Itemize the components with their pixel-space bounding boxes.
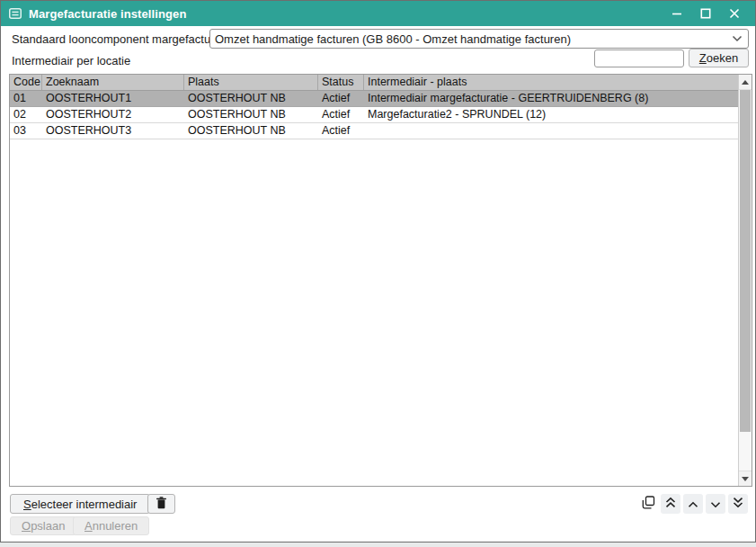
cell-code: 01 [10,91,42,106]
looncomponent-select[interactable]: Omzet handmatige facturen (GB 8600 - Omz… [209,29,749,49]
chevron-down-icon [732,35,743,42]
intermediair-table: Code Zoeknaam Plaats Status Intermediair… [9,74,752,487]
looncomponent-selected-value: Omzet handmatige facturen (GB 8600 - Omz… [210,32,732,46]
triangle-up-icon [742,80,749,85]
table-row[interactable]: 02 OOSTERHOUT2 OOSTERHOUT NB Actief Marg… [10,107,738,123]
titlebar: Margefacturatie instellingen [1,1,755,26]
close-button[interactable] [726,5,743,22]
chevron-up-icon [688,498,698,511]
scroll-up-button[interactable] [739,75,752,90]
window-title: Margefacturatie instellingen [29,7,186,21]
table-row[interactable]: 01 OOSTERHOUT1 OOSTERHOUT NB Actief Inte… [10,91,738,107]
cell-zoeknaam: OOSTERHOUT2 [42,107,184,122]
double-chevron-down-icon [733,497,743,511]
copy-button[interactable] [638,494,658,514]
cell-zoeknaam: OOSTERHOUT1 [42,91,184,106]
maximize-button[interactable] [698,5,714,22]
cell-status: Actief [318,91,364,106]
double-chevron-up-icon [665,497,676,511]
cell-plaats: OOSTERHOUT NB [184,91,318,106]
delete-button[interactable] [147,494,175,514]
margefacturatie-window: Margefacturatie instellingen Standaard l… [0,0,756,543]
previous-record-button[interactable] [683,494,703,514]
cell-intermediair: Intermediair margefacturatie - GEERTRUID… [364,91,738,106]
search-input[interactable] [594,49,684,67]
copy-icon [642,496,655,512]
cell-intermediair [364,123,738,139]
cell-code: 02 [10,107,42,122]
column-header-status[interactable]: Status [318,75,364,90]
intermediair-per-locatie-label: Intermediair per locatie [12,54,130,67]
scroll-down-button[interactable] [739,471,752,486]
column-header-zoeknaam[interactable]: Zoeknaam [42,75,184,90]
chevron-down-icon [710,498,721,511]
cell-plaats: OOSTERHOUT NB [184,107,318,122]
first-record-button[interactable] [661,494,680,514]
trash-icon [156,497,167,512]
triangle-down-icon [742,477,749,481]
column-header-intermediair-plaats[interactable]: Intermediair - plaats [364,75,738,90]
next-record-button[interactable] [706,494,725,514]
looncomponent-label: Standaard looncomponent margefacturatie [12,32,233,46]
annuleren-button[interactable]: Annuleren [73,516,149,535]
cell-zoeknaam: OOSTERHOUT3 [42,123,184,139]
cell-status: Actief [318,123,364,139]
last-record-button[interactable] [728,494,748,514]
cell-plaats: OOSTERHOUT NB [184,123,318,139]
cell-code: 03 [10,123,42,139]
vertical-scrollbar[interactable] [738,75,752,486]
table-header: Code Zoeknaam Plaats Status Intermediair… [10,75,738,91]
cell-status: Actief [318,107,364,122]
table-body: 01 OOSTERHOUT1 OOSTERHOUT NB Actief Inte… [10,91,738,486]
column-header-plaats[interactable]: Plaats [184,75,318,90]
window-controls [669,5,743,22]
column-header-code[interactable]: Code [10,75,42,90]
table-row[interactable]: 03 OOSTERHOUT3 OOSTERHOUT NB Actief [10,123,738,139]
minimize-button[interactable] [669,5,685,22]
cell-intermediair: Margefacturatie2 - SPRUNDEL (12) [364,107,738,122]
scrollbar-thumb[interactable] [740,90,751,432]
record-navigation [638,494,748,514]
zoeken-button[interactable]: Zoeken [689,49,749,67]
opslaan-button[interactable]: Opslaan [10,516,76,535]
selecteer-intermediair-button[interactable]: Selecteer intermediair [10,494,150,514]
form-window-icon [9,8,22,19]
